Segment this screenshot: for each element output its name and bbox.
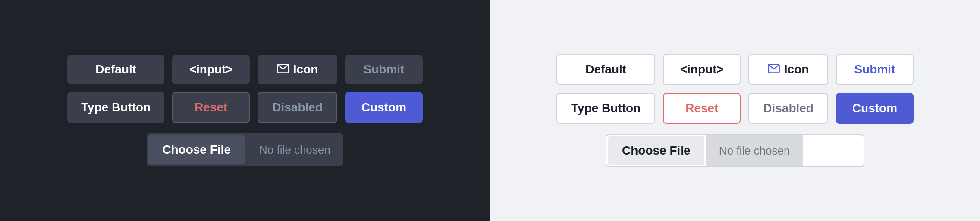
- light-disabled-label: Disabled: [763, 101, 814, 115]
- dark-custom-button[interactable]: Custom: [345, 92, 423, 123]
- light-panel: Default <input> Icon Submit Type Button …: [490, 0, 980, 221]
- light-button-grid: Default <input> Icon Submit Type Button …: [556, 54, 914, 124]
- dark-panel: Default <input> Icon Submit Type Button …: [0, 0, 490, 221]
- dark-reset-label: Reset: [195, 101, 227, 114]
- dark-choose-file-button[interactable]: Choose File: [148, 135, 245, 164]
- light-choose-file-button[interactable]: Choose File: [608, 136, 704, 165]
- light-custom-label: Custom: [852, 101, 897, 115]
- light-choose-file-label: Choose File: [622, 144, 691, 157]
- light-input-label: <input>: [680, 63, 724, 76]
- dark-default-button[interactable]: Default: [67, 55, 164, 84]
- dark-type-button[interactable]: Type Button: [67, 92, 164, 123]
- dark-icon-button[interactable]: Icon: [258, 55, 337, 84]
- light-submit-button[interactable]: Submit: [836, 54, 914, 85]
- dark-reset-button[interactable]: Reset: [172, 92, 250, 123]
- dark-type-button-label: Type Button: [81, 101, 151, 114]
- light-reset-button[interactable]: Reset: [663, 93, 741, 124]
- light-type-button-label: Type Button: [571, 101, 641, 115]
- dark-custom-label: Custom: [361, 101, 406, 114]
- light-file-input: Choose File No file chosen: [606, 134, 864, 167]
- light-icon-label: Icon: [784, 63, 809, 76]
- dark-choose-file-label: Choose File: [162, 143, 231, 156]
- light-input-button[interactable]: <input>: [663, 54, 741, 85]
- dark-submit-label: Submit: [364, 63, 405, 76]
- light-default-button[interactable]: Default: [556, 54, 655, 85]
- dark-default-label: Default: [95, 63, 136, 76]
- light-icon-button[interactable]: Icon: [748, 54, 828, 85]
- envelope-icon-light: [768, 63, 780, 76]
- light-submit-label: Submit: [854, 63, 895, 76]
- dark-input-button[interactable]: <input>: [172, 55, 250, 84]
- light-custom-button[interactable]: Custom: [836, 93, 914, 124]
- dark-disabled-label: Disabled: [272, 101, 323, 114]
- dark-input-label: <input>: [189, 63, 233, 76]
- dark-disabled-button[interactable]: Disabled: [258, 92, 337, 123]
- light-type-button[interactable]: Type Button: [556, 93, 655, 124]
- light-default-label: Default: [585, 63, 626, 76]
- dark-submit-button[interactable]: Submit: [345, 55, 423, 84]
- envelope-icon: [277, 63, 289, 76]
- dark-icon-label: Icon: [293, 63, 318, 76]
- dark-button-grid: Default <input> Icon Submit Type Button …: [67, 55, 423, 123]
- light-reset-label: Reset: [685, 101, 718, 115]
- light-no-file-text: No file chosen: [706, 135, 803, 166]
- light-disabled-button[interactable]: Disabled: [748, 93, 828, 124]
- dark-file-input: Choose File No file chosen: [147, 133, 343, 166]
- dark-no-file-text: No file chosen: [246, 143, 343, 157]
